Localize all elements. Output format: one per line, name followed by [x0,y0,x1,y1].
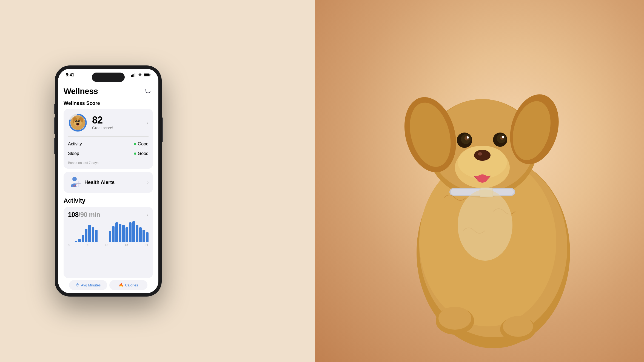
phone-btn-power [162,117,163,142]
chart-labels: 0 6 12 18 24 [68,243,149,246]
bar-chart [68,221,149,243]
svg-point-49 [72,177,77,181]
phone-screen: 9:41 [58,69,158,293]
chart-bar-19 [132,221,135,242]
chart-bar-7 [92,227,94,242]
chart-bar-16 [122,225,125,242]
phone-wrapper: 9:41 [55,65,162,297]
chart-label-6: 6 [87,243,88,246]
sleep-status-text: Good [138,151,149,156]
chart-bar-6 [88,225,91,242]
chart-bar-8 [95,230,98,242]
score-info: 82 Great score! [92,115,149,130]
phone-btn-silent [54,104,55,114]
chart-bar-2 [75,241,77,242]
app-header: Wellness [64,84,153,100]
health-alerts-card[interactable]: Health Alerts › [64,172,153,193]
bottom-tabs: ⏱ Avg Minutes 🔥 Calories [64,278,153,293]
health-alerts-icon [68,176,81,189]
svg-point-46 [76,121,77,122]
chart-bar-5 [85,229,87,242]
activity-header: 108/90 min › [68,211,149,219]
health-alerts-chevron: › [147,180,149,185]
health-alerts-label: Health Alerts [84,180,147,185]
score-label: Great score! [92,126,149,130]
calories-tab[interactable]: 🔥 Calories [109,280,147,290]
avg-minutes-icon: ⏱ [76,283,79,287]
activity-minutes: 108/90 min [68,211,100,219]
wellness-score-card[interactable]: 82 Great score! › Activity Good [64,109,153,169]
chart-bar-4 [82,235,84,242]
svg-point-11 [474,150,491,161]
svg-rect-51 [78,181,79,187]
phone-frame: 9:41 [55,65,162,297]
chart-label-0: 0 [69,243,70,246]
svg-point-21 [477,174,488,183]
svg-point-23 [438,307,471,330]
activity-metric-status: Good [134,142,149,146]
chart-bar-22 [143,230,145,242]
app-content: Wellness Wellness Score [58,84,158,293]
activity-metric-row: Activity Good [68,139,149,149]
chart-bar-15 [119,224,121,242]
chart-label-18: 18 [125,243,128,246]
svg-point-12 [478,152,482,156]
svg-point-25 [503,316,533,337]
phone-btn-vol-down [54,138,55,154]
svg-point-48 [76,123,79,125]
chart-label-12: 12 [105,243,108,246]
score-number: 82 [92,115,149,125]
svg-point-20 [502,136,504,138]
wifi-icon [138,73,142,77]
svg-rect-36 [150,74,151,76]
chart-bar-18 [129,222,132,242]
sleep-metric-name: Sleep [68,151,79,156]
calories-icon: 🔥 [119,283,123,287]
svg-rect-37 [144,74,149,76]
wellness-score-row: 82 Great score! › [68,113,149,133]
calories-label: Calories [125,283,138,287]
avg-minutes-label: Avg Minutes [81,283,101,287]
chart-bar-17 [126,227,128,242]
phone-btn-vol-up [54,117,55,134]
dog-illustration [340,33,628,362]
chart-bar-12 [109,231,111,242]
chart-bar-13 [112,226,115,242]
chart-bar-3 [78,239,81,242]
chart-label-24: 24 [145,243,148,246]
activity-status-text: Good [138,142,149,146]
svg-rect-32 [132,74,133,77]
svg-rect-31 [131,75,132,77]
battery-icon [144,73,151,77]
sleep-status-dot [134,153,136,155]
svg-point-30 [458,189,512,261]
dynamic-island [92,73,125,82]
activity-status-dot [134,143,136,145]
chart-bar-23 [146,232,149,242]
based-on-text: Based on last 7 days [68,161,149,165]
activity-chevron: › [147,212,149,217]
signal-icon [131,73,136,77]
status-icons [131,73,151,77]
status-time: 9:41 [66,73,74,77]
svg-rect-33 [133,74,134,77]
app-title: Wellness [64,87,98,96]
svg-rect-34 [135,73,135,77]
svg-point-47 [79,121,80,122]
chart-bar-21 [139,227,142,242]
avg-minutes-tab[interactable]: ⏱ Avg Minutes [69,280,107,290]
refresh-button[interactable] [143,86,153,96]
current-minutes: 108 [68,211,79,218]
wellness-score-title: Wellness Score [64,100,153,106]
wellness-score-chevron: › [147,120,149,125]
sleep-metric-row: Sleep Good [68,149,149,158]
refresh-icon [145,88,151,94]
activity-metric-name: Activity [68,142,82,146]
metrics-divider [68,136,149,137]
chart-bar-20 [136,225,138,242]
sleep-metric-status: Good [134,151,149,156]
health-person-icon [68,176,81,189]
score-circle-container [68,113,88,133]
svg-point-19 [467,136,469,139]
activity-card[interactable]: 108/90 min › 0 6 12 18 24 [64,207,153,278]
